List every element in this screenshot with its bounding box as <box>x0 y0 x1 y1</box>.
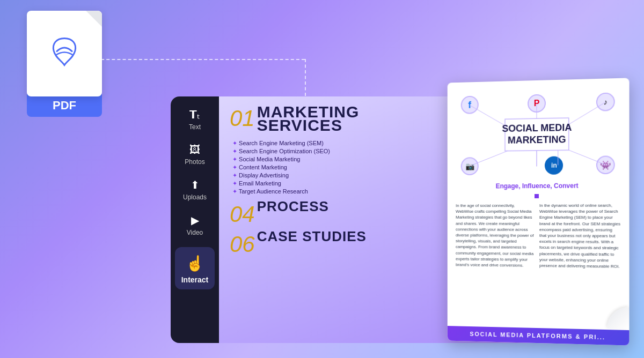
accent-square <box>535 194 539 198</box>
section2-title: PROCESS <box>257 199 329 214</box>
dashed-line-horizontal <box>96 59 305 60</box>
interact-icon: ☝ <box>186 255 204 272</box>
svg-line-3 <box>566 102 606 126</box>
pdf-page <box>27 11 102 96</box>
social-page-inner: f P ♪ 📷 in 👾 SOCIAL MEDIAMARKETING Engag… <box>448 78 630 278</box>
body-col-2: In the dynamic world of online search, W… <box>539 203 620 270</box>
pdf-icon-container: PDF <box>21 11 107 117</box>
photos-label: Photos <box>185 158 204 166</box>
uploads-icon: ⬆ <box>191 178 200 191</box>
engage-text: Engage, Influence, Convert <box>456 182 620 190</box>
toolbar-video[interactable]: ▶ Video <box>171 207 219 243</box>
toolbar-photos[interactable]: 🖼 Photos <box>171 137 219 172</box>
social-media-page: f P ♪ 📷 in 👾 SOCIAL MEDIAMARKETING Engag… <box>448 78 630 345</box>
toolbar-interact[interactable]: ☝ Interact <box>175 247 215 289</box>
social-media-title: SOCIAL MEDIAMARKETING <box>502 122 572 146</box>
toolbar-uploads[interactable]: ⬆ Uploads <box>171 172 219 207</box>
svg-line-4 <box>470 151 508 166</box>
text-icon: 𝗧ₜ <box>189 108 200 121</box>
photos-icon: 🖼 <box>189 144 200 156</box>
svg-line-6 <box>569 150 606 165</box>
text-label: Text <box>189 123 201 131</box>
acrobat-icon <box>46 33 83 71</box>
toolbar: 𝗧ₜ Text 🖼 Photos ⬆ Uploads ▶ Video ☝ Int… <box>171 96 219 343</box>
section1-number: 01 <box>230 107 255 130</box>
pdf-label: PDF <box>27 94 102 117</box>
video-label: Video <box>187 229 203 236</box>
uploads-label: Uploads <box>183 193 207 201</box>
page-curl <box>607 307 629 330</box>
toolbar-text[interactable]: 𝗧ₜ Text <box>171 102 219 137</box>
body-columns: In the age of social connectivity, WebWi… <box>456 203 620 270</box>
video-icon: ▶ <box>191 214 199 227</box>
section2-number: 04 <box>230 203 255 226</box>
body-col-1: In the age of social connectivity, WebWi… <box>456 203 534 268</box>
social-icons-container: f P ♪ 📷 in 👾 SOCIAL MEDIAMARKETING <box>456 87 620 181</box>
interact-label: Interact <box>181 275 209 284</box>
section3-number: 06 <box>230 233 255 256</box>
section3-title: CASE STUDIES <box>257 229 367 244</box>
